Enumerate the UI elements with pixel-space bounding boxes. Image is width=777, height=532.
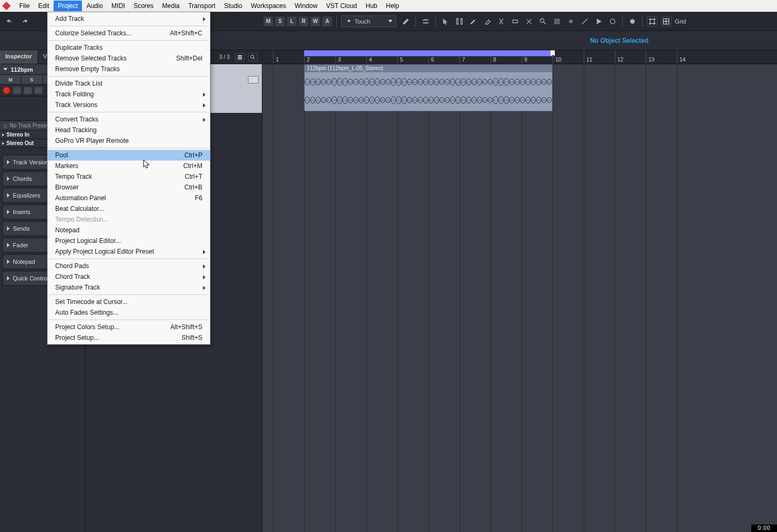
- timeline-ruler[interactable]: 1234567891011121314: [262, 50, 777, 64]
- menu-item-chord-track[interactable]: Chord Track: [48, 271, 210, 282]
- menu-item-signature-track[interactable]: Signature Track: [48, 282, 210, 293]
- timewarp-tool[interactable]: [565, 16, 576, 27]
- menu-item-colorize-selected-tracks[interactable]: Colorize Selected Tracks...Alt+Shift+C: [48, 28, 210, 39]
- menu-project[interactable]: Project: [54, 1, 82, 11]
- select-tool[interactable]: [440, 16, 451, 27]
- freeze-button[interactable]: [24, 87, 32, 94]
- range-tool[interactable]: [454, 16, 465, 27]
- zoom-tool[interactable]: [538, 16, 548, 27]
- audio-clip[interactable]: 112bpm (112bpm_L-05_Stereo): [304, 64, 553, 111]
- snap-toggle[interactable]: [647, 16, 658, 27]
- track-search-button[interactable]: [248, 53, 258, 62]
- s-state-button[interactable]: S: [275, 17, 285, 26]
- cycle-range[interactable]: [304, 50, 553, 56]
- chevron-right-icon: [203, 264, 206, 269]
- menu-item-add-track[interactable]: Add Track: [48, 13, 210, 24]
- menu-item-browser[interactable]: BrowserCtrl+B: [48, 182, 210, 193]
- ruler-bar[interactable]: 1: [273, 50, 304, 64]
- inspector-m-button[interactable]: M: [0, 75, 21, 84]
- menu-audio[interactable]: Audio: [82, 1, 107, 11]
- monitor-button[interactable]: [13, 87, 21, 94]
- menu-item-apply-project-logical-editor-preset[interactable]: Apply Project Logical Editor Preset: [48, 246, 210, 257]
- menu-file[interactable]: File: [15, 1, 34, 11]
- menu-midi[interactable]: MIDI: [107, 1, 129, 11]
- menu-transport[interactable]: Transport: [184, 1, 220, 11]
- menu-workspaces[interactable]: Workspaces: [246, 1, 290, 11]
- menu-item-project-setup[interactable]: Project Setup...Shift+S: [48, 332, 210, 343]
- menu-item-tempo-track[interactable]: Tempo TrackCtrl+T: [48, 171, 210, 182]
- inspector-s-button[interactable]: S: [21, 75, 43, 84]
- chevron-down-icon: [3, 68, 7, 71]
- auto-scroll-button[interactable]: [420, 16, 431, 27]
- menu-item-project-colors-setup[interactable]: Project Colors Setup...Alt+Shift+S: [48, 322, 210, 332]
- menu-item-head-tracking[interactable]: Head Tracking: [48, 125, 210, 135]
- track-filter-button[interactable]: [235, 53, 245, 62]
- menu-item-convert-tracks[interactable]: Convert Tracks: [48, 114, 210, 125]
- menu-item-track-versions[interactable]: Track Versions: [48, 100, 210, 110]
- svg-point-1: [540, 18, 544, 22]
- automation-edit-button[interactable]: [401, 16, 411, 27]
- svg-rect-5: [238, 57, 242, 58]
- menu-item-remove-empty-tracks[interactable]: Remove Empty Tracks: [48, 64, 210, 74]
- erase-tool[interactable]: [482, 16, 493, 27]
- m-state-button[interactable]: M: [263, 17, 273, 26]
- menu-item-beat-calculator[interactable]: Beat Calculator...: [48, 203, 210, 214]
- menu-item-auto-fades-settings[interactable]: Auto Fades Settings...: [48, 307, 210, 318]
- lock-button[interactable]: [34, 87, 43, 94]
- undo-button[interactable]: [4, 16, 15, 27]
- tab-inspector[interactable]: Inspector: [0, 50, 38, 64]
- arrangement-area[interactable]: 1234567891011121314 112bpm (112bpm_L-05_…: [262, 50, 777, 532]
- record-enable-button[interactable]: [2, 86, 11, 95]
- line-tool[interactable]: [579, 16, 590, 27]
- menu-item-gopro-vr-player-remote[interactable]: GoPro VR Player Remote: [48, 135, 210, 146]
- ruler-bar[interactable]: 11: [584, 50, 615, 64]
- wand-icon: ✦: [345, 18, 352, 25]
- ruler-bar[interactable]: 13: [646, 50, 677, 64]
- menu-vst-cloud[interactable]: VST Cloud: [322, 1, 361, 11]
- menu-item-remove-selected-tracks[interactable]: Remove Selected TracksShift+Del: [48, 53, 210, 64]
- menu-item-track-folding[interactable]: Track Folding: [48, 89, 210, 100]
- ruler-bar[interactable]: 10: [553, 50, 584, 64]
- track-lane-button[interactable]: [248, 76, 259, 83]
- menu-item-automation-panel[interactable]: Automation PanelF6: [48, 193, 210, 203]
- menu-item-pool[interactable]: PoolCtrl+P: [48, 150, 210, 161]
- draw-tool[interactable]: [468, 16, 479, 27]
- shortcut-label: Ctrl+M: [183, 162, 202, 170]
- mute-tool[interactable]: [524, 16, 534, 27]
- menu-item-set-timecode-at-cursor[interactable]: Set Timecode at Cursor...: [48, 297, 210, 307]
- svg-rect-6: [238, 58, 242, 59]
- menu-window[interactable]: Window: [290, 1, 322, 11]
- split-tool[interactable]: [496, 16, 507, 27]
- color-tool[interactable]: [607, 16, 618, 27]
- a-state-button[interactable]: A: [322, 17, 332, 26]
- menu-hub[interactable]: Hub: [361, 1, 382, 11]
- menu-media[interactable]: Media: [158, 1, 184, 11]
- grid-line: [428, 64, 429, 532]
- menu-item-markers[interactable]: MarkersCtrl+M: [48, 161, 210, 171]
- color-menu-button[interactable]: [627, 16, 638, 27]
- glue-tool[interactable]: [510, 16, 520, 27]
- chevron-right-icon: [203, 275, 206, 279]
- shortcut-label: Shift+Del: [176, 55, 202, 62]
- menu-item-chord-pads[interactable]: Chord Pads: [48, 261, 210, 271]
- ruler-bar[interactable]: 14: [677, 50, 708, 64]
- grid-line: [273, 64, 274, 532]
- comp-tool[interactable]: [552, 16, 562, 27]
- shortcut-label: Alt+Shift+C: [170, 29, 202, 37]
- menu-help[interactable]: Help: [382, 1, 404, 11]
- ruler-bar[interactable]: 12: [615, 50, 646, 64]
- play-tool[interactable]: [593, 16, 604, 27]
- menu-item-divide-track-list[interactable]: Divide Track List: [48, 78, 210, 89]
- menu-item-project-logical-editor[interactable]: Project Logical Editor...: [48, 235, 210, 246]
- automation-mode-select[interactable]: ✦ Touch: [341, 16, 396, 27]
- menu-item-notepad[interactable]: Notepad: [48, 225, 210, 235]
- w-state-button[interactable]: W: [311, 17, 320, 26]
- menu-studio[interactable]: Studio: [220, 1, 246, 11]
- redo-button[interactable]: [19, 16, 30, 27]
- menu-item-duplicate-tracks[interactable]: Duplicate Tracks: [48, 42, 210, 53]
- l-state-button[interactable]: L: [287, 17, 297, 26]
- menu-scores[interactable]: Scores: [129, 1, 157, 11]
- snap-type-button[interactable]: [661, 16, 672, 27]
- r-state-button[interactable]: R: [299, 17, 308, 26]
- menu-edit[interactable]: Edit: [34, 1, 54, 11]
